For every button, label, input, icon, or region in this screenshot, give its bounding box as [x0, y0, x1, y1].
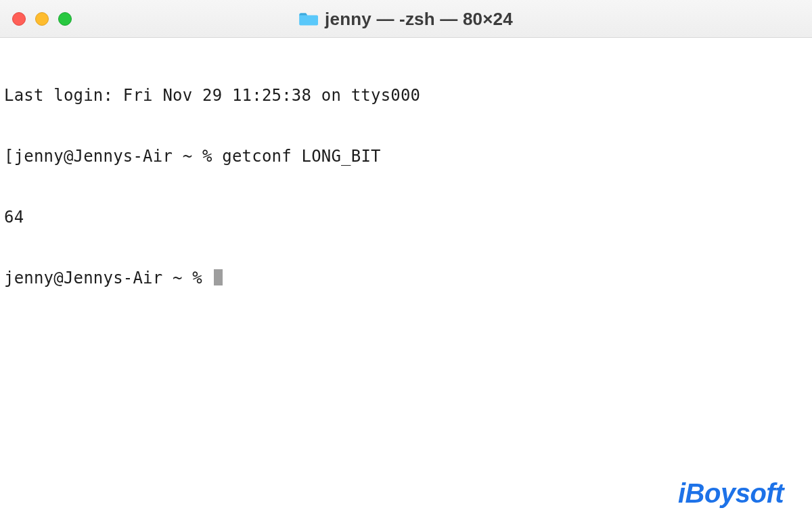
window-title-text: jenny — -zsh — 80×24: [325, 8, 513, 29]
command-1: getconf LONG_BIT: [222, 147, 380, 166]
close-button[interactable]: [12, 12, 26, 26]
traffic-lights: [12, 12, 72, 26]
output-line-1: 64: [4, 207, 808, 227]
command-line-2: jenny@Jennys-Air ~ %: [4, 268, 808, 288]
minimize-button[interactable]: [35, 12, 49, 26]
cursor-icon: [214, 269, 223, 285]
window-title: jenny — -zsh — 80×24: [299, 8, 513, 29]
window-titlebar: jenny — -zsh — 80×24: [0, 0, 812, 38]
last-login-line: Last login: Fri Nov 29 11:25:38 on ttys0…: [4, 85, 808, 106]
prompt-1: [jenny@Jennys-Air ~ %: [4, 147, 222, 166]
folder-icon: [299, 12, 318, 26]
prompt-2: jenny@Jennys-Air ~ %: [4, 269, 212, 288]
command-line-1: [jenny@Jennys-Air ~ % getconf LONG_BIT: [4, 146, 808, 166]
terminal-content[interactable]: Last login: Fri Nov 29 11:25:38 on ttys0…: [0, 38, 812, 315]
watermark-logo: iBoysoft: [678, 478, 784, 509]
zoom-button[interactable]: [58, 12, 72, 26]
watermark-text: iBoysoft: [678, 478, 784, 508]
